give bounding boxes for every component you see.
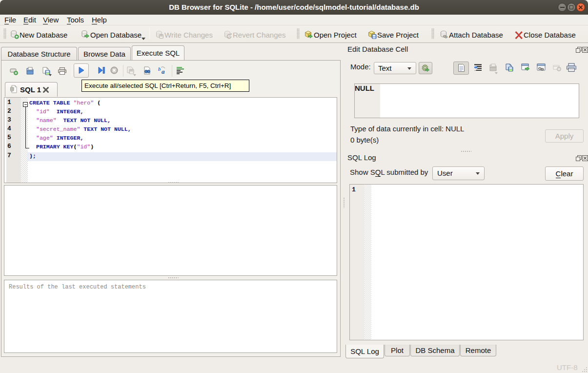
svg-text:a: a	[162, 68, 165, 75]
svg-text:b: b	[158, 66, 161, 72]
